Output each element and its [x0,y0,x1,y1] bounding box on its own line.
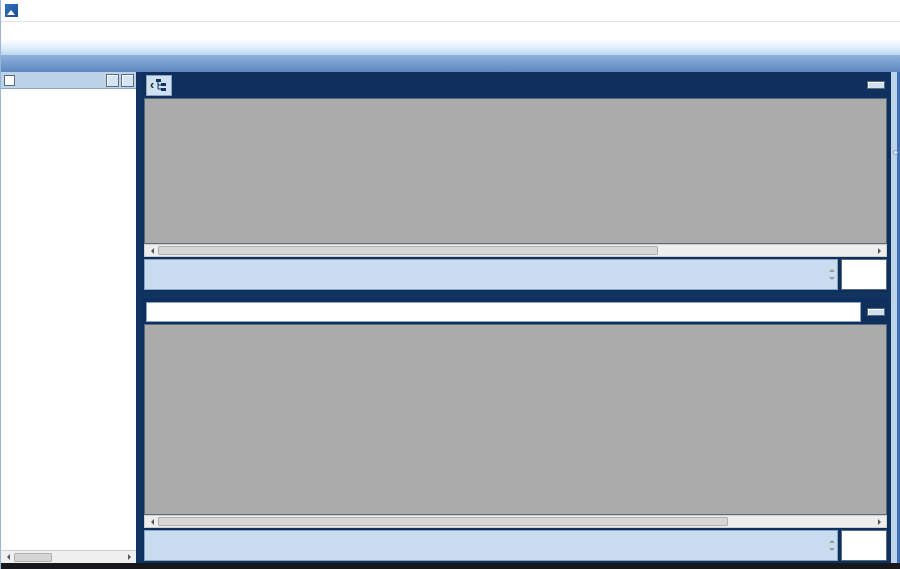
scrollbar-thumb[interactable] [158,246,658,255]
menu-bar [1,22,900,39]
spin-down-icon[interactable] [825,275,838,284]
bottom-group-toolbar [142,300,889,324]
spin-down-icon[interactable] [825,546,838,555]
tree-expand-all-button[interactable] [106,74,119,87]
scroll-right-icon[interactable] [873,245,886,256]
bottom-table-help-button[interactable] [867,308,885,316]
tree-header [1,72,136,89]
tree-horizontal-scrollbar[interactable] [1,550,136,563]
panel-separator[interactable] [142,292,889,298]
bottom-table-horizontal-scrollbar[interactable] [144,515,887,528]
application-window: ‹ [0,0,900,569]
spin-up-icon[interactable] [825,537,838,546]
table-tree [1,89,136,550]
chevron-left-icon: ‹ [150,78,154,92]
top-group-toolbar: ‹ [142,72,889,98]
spin-up-icon[interactable] [825,266,838,275]
top-status-field [144,259,825,290]
scrollbar-thumb[interactable] [14,553,52,562]
module-tab-strip [1,55,900,72]
station-table [144,98,887,244]
scroll-left-icon[interactable] [145,516,158,527]
hierarchy-icon [155,78,168,92]
splitter-grip-icon [893,150,898,155]
windows-taskbar[interactable] [1,563,900,569]
title-bar [1,0,900,22]
show-tabs-checkbox[interactable] [4,75,15,86]
tree-toggle-button[interactable]: ‹ [146,75,172,96]
top-table-horizontal-scrollbar[interactable] [144,244,887,257]
scroll-right-icon[interactable] [873,516,886,527]
scroll-left-icon[interactable] [145,245,158,256]
app-icon [5,4,18,17]
top-row-spinner[interactable] [825,259,838,290]
readings-table [144,324,887,515]
tree-collapse-all-button[interactable] [121,74,134,87]
scrollbar-thumb[interactable] [158,517,728,526]
scroll-right-icon[interactable] [123,552,136,563]
bottom-row-indicator [841,530,887,561]
top-row-status-strip [144,259,887,290]
toolbar [1,39,900,55]
bottom-row-spinner[interactable] [825,530,838,561]
scroll-left-icon[interactable] [1,552,14,563]
top-table-help-button[interactable] [867,81,885,89]
top-row-indicator [841,259,887,290]
table-tree-panel [1,72,142,563]
bottom-row-status-strip [144,530,887,561]
vertical-splitter[interactable] [889,72,900,563]
bottom-group-field [146,302,861,322]
bottom-status-field [144,530,825,561]
